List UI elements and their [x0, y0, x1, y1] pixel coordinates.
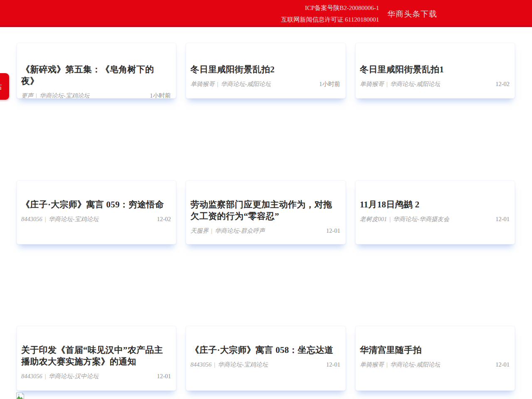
card-author-forum: 单骑猴哥|华商论坛-咸阳论坛 — [190, 80, 271, 88]
meta-separator: | — [33, 92, 39, 99]
meta-separator: | — [212, 361, 218, 368]
card-meta: 单骑猴哥|华商论坛-咸阳论坛12-02 — [360, 80, 510, 88]
card-meta: 8443056|华商论坛-宝鸡论坛12-02 — [21, 215, 171, 223]
card-meta: 单骑猴哥|华商论坛-咸阳论坛12-01 — [360, 361, 510, 369]
card-forum: 华商论坛-咸阳论坛 — [390, 361, 441, 368]
news-card[interactable]: 《新碎戏》第五集：《皂角树下的夜》更声|华商论坛-宝鸡论坛1小时前 — [17, 43, 176, 99]
card-date: 12-01 — [491, 216, 510, 223]
card-title: 冬日里咸阳街景乱拍1 — [360, 64, 510, 75]
card-date: 12-02 — [491, 81, 510, 88]
card-forum: 华商论坛-华商摄友会 — [393, 216, 449, 222]
news-card[interactable]: 劳动监察部门应更加主动作为，对拖欠工资的行为“零容忍”天服界|华商论坛-群众呼声… — [186, 180, 345, 244]
card-author: 天服界 — [190, 227, 209, 234]
card-author: 8443056 — [21, 216, 42, 222]
news-card[interactable]: 11月18日鸬鹚 2老树皮001|华商论坛-华商摄友会12-01 — [355, 180, 515, 244]
card-author-forum: 天服界|华商论坛-群众呼声 — [190, 227, 265, 235]
card-author-forum: 更声|华商论坛-宝鸡论坛 — [21, 92, 90, 99]
card-meta: 更声|华商论坛-宝鸡论坛1小时前 — [21, 92, 171, 99]
app-download-link[interactable]: 华商头条下载 — [387, 9, 437, 20]
card-date: 1小时前 — [315, 80, 340, 88]
meta-separator: | — [387, 216, 393, 222]
card-meta: 8443056|华商论坛-汉中论坛12-01 — [21, 372, 171, 380]
card-meta: 老树皮001|华商论坛-华商摄友会12-01 — [360, 215, 510, 223]
card-author: 8443056 — [21, 373, 42, 379]
news-card[interactable]: 关于印发《首届“味见汉中”农产品主播助农大赛实施方案》的通知8443056|华商… — [17, 326, 176, 391]
meta-separator: | — [209, 227, 215, 234]
header-bar: ICP备案号陕B2-20080006-1 互联网新闻信息许可证 61120180… — [0, 0, 532, 27]
meta-separator: | — [42, 216, 49, 222]
news-card[interactable]: 冬日里咸阳街景乱拍2单骑猴哥|华商论坛-咸阳论坛1小时前 — [186, 43, 345, 99]
card-author-forum: 单骑猴哥|华商论坛-咸阳论坛 — [360, 361, 441, 369]
card-title: 关于印发《首届“味见汉中”农产品主播助农大赛实施方案》的通知 — [21, 344, 171, 367]
card-forum: 华商论坛-汉中论坛 — [49, 373, 99, 379]
broken-image-icon — [16, 392, 25, 399]
card-date: 1小时前 — [146, 92, 171, 99]
icp-line1: ICP备案号陕B2-20080006-1 — [281, 2, 379, 14]
card-row-3: 关于印发《首届“味见汉中”农产品主播助农大赛实施方案》的通知8443056|华商… — [0, 326, 532, 391]
card-author-forum: 8443056|华商论坛-宝鸡论坛 — [190, 361, 268, 369]
card-date: 12-01 — [322, 227, 340, 234]
icp-info: ICP备案号陕B2-20080006-1 互联网新闻信息许可证 61120180… — [281, 2, 379, 25]
card-date: 12-01 — [322, 361, 340, 368]
card-title: 劳动监察部门应更加主动作为，对拖欠工资的行为“零容忍” — [190, 199, 340, 222]
card-author-forum: 老树皮001|华商论坛-华商摄友会 — [360, 215, 450, 223]
card-forum: 华商论坛-宝鸡论坛 — [39, 92, 90, 99]
card-title: 《庄子·大宗师》寓言 059：穷途悟命 — [21, 199, 171, 210]
card-author: 单骑猴哥 — [190, 81, 214, 87]
card-date: 12-02 — [153, 216, 171, 223]
card-date: 12-01 — [153, 373, 171, 380]
card-author: 单骑猴哥 — [360, 361, 384, 368]
card-forum: 华商论坛-宝鸡论坛 — [218, 361, 268, 368]
icp-line2: 互联网新闻信息许可证 61120180001 — [281, 14, 379, 25]
card-author-forum: 单骑猴哥|华商论坛-咸阳论坛 — [360, 80, 441, 88]
card-forum: 华商论坛-咸阳论坛 — [390, 81, 441, 87]
card-meta: 单骑猴哥|华商论坛-咸阳论坛1小时前 — [190, 80, 340, 88]
meta-separator: | — [384, 361, 390, 368]
meta-separator: | — [384, 81, 390, 87]
news-card[interactable]: 《庄子·大宗师》寓言 059：穷途悟命8443056|华商论坛-宝鸡论坛12-0… — [17, 180, 176, 244]
card-author: 8443056 — [190, 361, 212, 368]
meta-separator: | — [42, 373, 49, 379]
card-meta: 8443056|华商论坛-宝鸡论坛12-01 — [190, 361, 340, 369]
card-row-1: 《新碎戏》第五集：《皂角树下的夜》更声|华商论坛-宝鸡论坛1小时前冬日里咸阳街景… — [0, 43, 532, 99]
news-card[interactable]: 《庄子·大宗师》寓言 058：坐忘达道8443056|华商论坛-宝鸡论坛12-0… — [186, 326, 345, 391]
meta-separator: | — [214, 81, 221, 87]
card-row-2: 《庄子·大宗师》寓言 059：穷途悟命8443056|华商论坛-宝鸡论坛12-0… — [0, 180, 532, 244]
card-title: 华清宫里随手拍 — [360, 344, 510, 356]
card-forum: 华商论坛-宝鸡论坛 — [49, 216, 99, 222]
card-date: 12-01 — [491, 361, 510, 368]
card-forum: 华商论坛-群众呼声 — [215, 227, 265, 234]
card-title: 冬日里咸阳街景乱拍2 — [190, 64, 340, 75]
card-author: 单骑猴哥 — [360, 81, 384, 87]
card-title: 《新碎戏》第五集：《皂角树下的夜》 — [21, 64, 171, 87]
card-author-forum: 8443056|华商论坛-汉中论坛 — [21, 372, 99, 380]
side-tab-label: 站 — [0, 82, 2, 91]
card-title: 《庄子·大宗师》寓言 058：坐忘达道 — [190, 344, 340, 356]
card-author-forum: 8443056|华商论坛-宝鸡论坛 — [21, 215, 99, 223]
news-card[interactable]: 冬日里咸阳街景乱拍1单骑猴哥|华商论坛-咸阳论坛12-02 — [355, 43, 515, 99]
card-author: 更声 — [21, 92, 33, 99]
side-tab[interactable]: 站 — [0, 73, 9, 100]
card-title: 11月18日鸬鹚 2 — [360, 199, 510, 210]
card-meta: 天服界|华商论坛-群众呼声12-01 — [190, 227, 340, 235]
card-forum: 华商论坛-咸阳论坛 — [221, 81, 271, 87]
news-card[interactable]: 华清宫里随手拍单骑猴哥|华商论坛-咸阳论坛12-01 — [355, 326, 515, 391]
card-author: 老树皮001 — [360, 216, 387, 222]
